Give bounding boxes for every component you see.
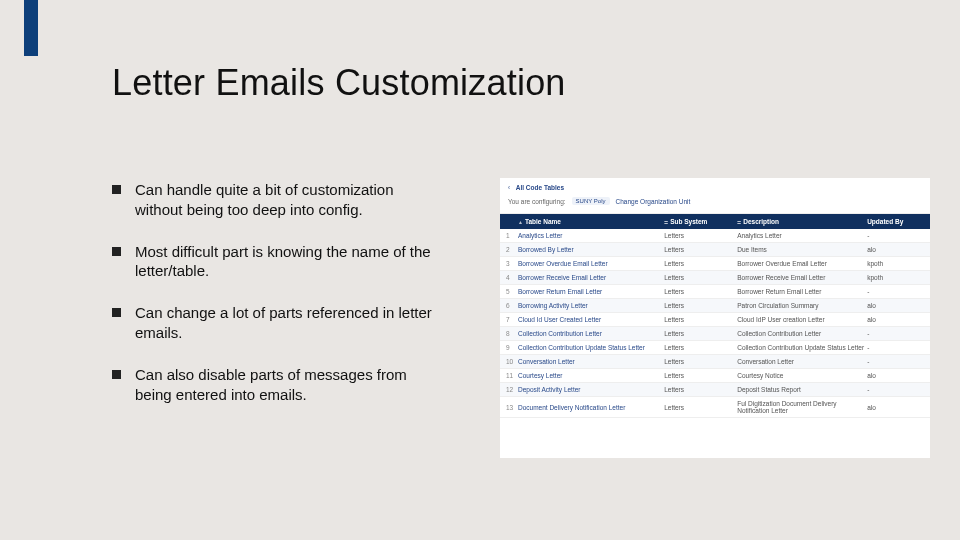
row-table-name[interactable]: Collection Contribution Letter <box>518 330 664 337</box>
table-row[interactable]: 9Collection Contribution Update Status L… <box>500 341 930 355</box>
row-updated-by: - <box>867 288 924 295</box>
row-sub-system: Letters <box>664 302 737 309</box>
row-sub-system: Letters <box>664 274 737 281</box>
sort-icon: ≑ <box>737 219 741 225</box>
row-table-name[interactable]: Borrower Receive Email Letter <box>518 274 664 281</box>
row-index: 9 <box>506 344 518 351</box>
row-table-name[interactable]: Cloud Id User Created Letter <box>518 316 664 323</box>
row-updated-by: kpoth <box>867 274 924 281</box>
row-table-name[interactable]: Document Delivery Notification Letter <box>518 404 664 411</box>
row-index: 5 <box>506 288 518 295</box>
list-item: Can also disable parts of messages from … <box>112 365 442 405</box>
bullet-square-icon <box>112 370 121 379</box>
bullet-list: Can handle quite a bit of customization … <box>112 180 442 426</box>
row-table-name[interactable]: Borrowed By Letter <box>518 246 664 253</box>
list-item: Most difficult part is knowing the name … <box>112 242 442 282</box>
row-updated-by: - <box>867 358 924 365</box>
row-sub-system: Letters <box>664 404 737 411</box>
row-table-name[interactable]: Courtesy Letter <box>518 372 664 379</box>
table-row[interactable]: 5Borrower Return Email LetterLettersBorr… <box>500 285 930 299</box>
row-sub-system: Letters <box>664 344 737 351</box>
list-item: Can change a lot of parts referenced in … <box>112 303 442 343</box>
row-sub-system: Letters <box>664 330 737 337</box>
chevron-left-icon: ‹ <box>508 184 510 191</box>
table-row[interactable]: 13Document Delivery Notification LetterL… <box>500 397 930 418</box>
table-row[interactable]: 4Borrower Receive Email LetterLettersBor… <box>500 271 930 285</box>
bullet-square-icon <box>112 185 121 194</box>
row-description: Collection Contribution Letter <box>737 330 867 337</box>
bullet-text: Can change a lot of parts referenced in … <box>135 303 442 343</box>
list-item: Can handle quite a bit of customization … <box>112 180 442 220</box>
row-index: 3 <box>506 260 518 267</box>
code-table: ▲Table Name ≑Sub System ≑Description Upd… <box>500 214 930 418</box>
col-sub-system[interactable]: ≑Sub System <box>664 218 737 225</box>
row-table-name[interactable]: Borrower Overdue Email Letter <box>518 260 664 267</box>
configuring-row: You are configuring: SUNY Poly Change Or… <box>500 193 930 214</box>
table-row[interactable]: 11Courtesy LetterLettersCourtesy Noticea… <box>500 369 930 383</box>
row-description: Courtesy Notice <box>737 372 867 379</box>
row-updated-by: - <box>867 232 924 239</box>
table-row[interactable]: 2Borrowed By LetterLettersDue Itemsalo <box>500 243 930 257</box>
row-table-name[interactable]: Borrowing Activity Letter <box>518 302 664 309</box>
bullet-text: Most difficult part is knowing the name … <box>135 242 442 282</box>
row-description: Deposit Status Report <box>737 386 867 393</box>
row-sub-system: Letters <box>664 372 737 379</box>
row-description: Due Items <box>737 246 867 253</box>
bullet-square-icon <box>112 247 121 256</box>
table-header: ▲Table Name ≑Sub System ≑Description Upd… <box>500 214 930 229</box>
table-row[interactable]: 7Cloud Id User Created LetterLettersClou… <box>500 313 930 327</box>
row-sub-system: Letters <box>664 260 737 267</box>
row-table-name[interactable]: Analytics Letter <box>518 232 664 239</box>
row-description: Ful Digitization Document Delivery Notif… <box>737 400 867 414</box>
row-index: 12 <box>506 386 518 393</box>
row-description: Borrower Return Email Letter <box>737 288 867 295</box>
row-updated-by: alo <box>867 302 924 309</box>
sort-icon: ≑ <box>664 219 668 225</box>
row-updated-by: alo <box>867 404 924 411</box>
row-sub-system: Letters <box>664 288 737 295</box>
embedded-screenshot: ‹ All Code Tables You are configuring: S… <box>500 178 930 458</box>
back-link[interactable]: ‹ All Code Tables <box>500 178 930 193</box>
row-index: 13 <box>506 404 518 411</box>
row-updated-by: kpoth <box>867 260 924 267</box>
col-table-name[interactable]: ▲Table Name <box>518 218 664 225</box>
bullet-square-icon <box>112 308 121 317</box>
row-description: Borrower Overdue Email Letter <box>737 260 867 267</box>
table-row[interactable]: 10Conversation LetterLettersConversation… <box>500 355 930 369</box>
row-index: 4 <box>506 274 518 281</box>
configuring-label: You are configuring: <box>508 198 566 205</box>
table-row[interactable]: 6Borrowing Activity LetterLettersPatron … <box>500 299 930 313</box>
sort-icon: ▲ <box>518 219 523 225</box>
row-index: 2 <box>506 246 518 253</box>
row-index: 1 <box>506 232 518 239</box>
row-index: 6 <box>506 302 518 309</box>
row-updated-by: - <box>867 344 924 351</box>
row-description: Conversation Letter <box>737 358 867 365</box>
row-table-name[interactable]: Deposit Activity Letter <box>518 386 664 393</box>
org-pill: SUNY Poly <box>572 197 610 205</box>
bullet-text: Can also disable parts of messages from … <box>135 365 442 405</box>
accent-bar <box>24 0 38 56</box>
row-description: Collection Contribution Update Status Le… <box>737 344 867 351</box>
row-description: Cloud IdP User creation Letter <box>737 316 867 323</box>
row-table-name[interactable]: Collection Contribution Update Status Le… <box>518 344 664 351</box>
row-description: Patron Circulation Summary <box>737 302 867 309</box>
row-table-name[interactable]: Conversation Letter <box>518 358 664 365</box>
col-updated-by[interactable]: Updated By <box>867 218 924 225</box>
row-description: Analytics Letter <box>737 232 867 239</box>
row-sub-system: Letters <box>664 358 737 365</box>
col-description[interactable]: ≑Description <box>737 218 867 225</box>
row-updated-by: alo <box>867 316 924 323</box>
table-row[interactable]: 8Collection Contribution LetterLettersCo… <box>500 327 930 341</box>
table-row[interactable]: 3Borrower Overdue Email LetterLettersBor… <box>500 257 930 271</box>
table-row[interactable]: 12Deposit Activity LetterLettersDeposit … <box>500 383 930 397</box>
change-org-link[interactable]: Change Organization Unit <box>616 198 691 205</box>
row-table-name[interactable]: Borrower Return Email Letter <box>518 288 664 295</box>
row-updated-by: - <box>867 386 924 393</box>
row-updated-by: alo <box>867 246 924 253</box>
row-sub-system: Letters <box>664 246 737 253</box>
table-row[interactable]: 1Analytics LetterLettersAnalytics Letter… <box>500 229 930 243</box>
back-link-label: All Code Tables <box>516 184 564 191</box>
row-index: 10 <box>506 358 518 365</box>
row-description: Borrower Receive Email Letter <box>737 274 867 281</box>
